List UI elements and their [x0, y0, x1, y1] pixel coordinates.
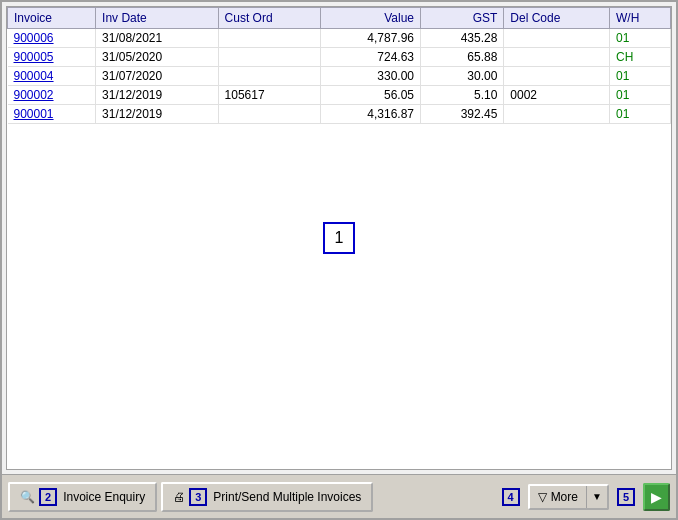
- value-cell: 724.63: [320, 48, 420, 67]
- del-code-cell: [504, 67, 610, 86]
- wh-cell: CH: [610, 48, 671, 67]
- col-wh: W/H: [610, 8, 671, 29]
- cust-ord-cell: [218, 67, 320, 86]
- value-cell: 4,316.87: [320, 105, 420, 124]
- inv-date-cell: 31/12/2019: [96, 86, 219, 105]
- gst-cell: 5.10: [421, 86, 504, 105]
- inv-date-cell: 31/07/2020: [96, 67, 219, 86]
- green-arrow-icon: ▶: [651, 489, 662, 505]
- more-button-group: ▽ More ▼: [528, 484, 609, 510]
- invoice-enquiry-label: Invoice Enquiry: [63, 490, 145, 504]
- chevron-down-icon: ▽: [538, 490, 547, 504]
- gst-cell: 65.88: [421, 48, 504, 67]
- more-dropdown-button[interactable]: ▼: [587, 487, 607, 506]
- dropdown-arrow-icon: ▼: [592, 491, 602, 502]
- invoice-cell[interactable]: 900005: [8, 48, 96, 67]
- inv-date-cell: 31/08/2021: [96, 29, 219, 48]
- wh-cell: 01: [610, 67, 671, 86]
- gst-cell: 435.28: [421, 29, 504, 48]
- table-row[interactable]: 900006 31/08/2021 4,787.96 435.28 01: [8, 29, 671, 48]
- search-icon: 🔍: [20, 490, 35, 504]
- table-row[interactable]: 900004 31/07/2020 330.00 30.00 01: [8, 67, 671, 86]
- green-action-button[interactable]: ▶: [643, 483, 670, 511]
- wh-cell: 01: [610, 86, 671, 105]
- gst-cell: 30.00: [421, 67, 504, 86]
- table-row[interactable]: 900001 31/12/2019 4,316.87 392.45 01: [8, 105, 671, 124]
- del-code-cell: 0002: [504, 86, 610, 105]
- del-code-cell: [504, 29, 610, 48]
- cust-ord-cell: [218, 48, 320, 67]
- printer-icon: 🖨: [173, 490, 185, 504]
- gst-cell: 392.45: [421, 105, 504, 124]
- table-header-row: Invoice Inv Date Cust Ord Value GST Del …: [8, 8, 671, 29]
- value-cell: 56.05: [320, 86, 420, 105]
- invoice-table-area: Invoice Inv Date Cust Ord Value GST Del …: [6, 6, 672, 470]
- wh-cell: 01: [610, 29, 671, 48]
- center-page-number: 1: [323, 222, 355, 254]
- btn4-number: 4: [502, 488, 520, 506]
- table-row[interactable]: 900005 31/05/2020 724.63 65.88 CH: [8, 48, 671, 67]
- col-del-code: Del Code: [504, 8, 610, 29]
- wh-cell: 01: [610, 105, 671, 124]
- invoice-cell[interactable]: 900006: [8, 29, 96, 48]
- col-value: Value: [320, 8, 420, 29]
- invoice-cell[interactable]: 900004: [8, 67, 96, 86]
- print-send-label: Print/Send Multiple Invoices: [213, 490, 361, 504]
- del-code-cell: [504, 48, 610, 67]
- print-send-button[interactable]: 🖨 3 Print/Send Multiple Invoices: [161, 482, 373, 512]
- table-row[interactable]: 900002 31/12/2019 105617 56.05 5.10 0002…: [8, 86, 671, 105]
- more-label: More: [551, 490, 578, 504]
- more-button[interactable]: ▽ More: [530, 486, 586, 508]
- col-gst: GST: [421, 8, 504, 29]
- cust-ord-cell: 105617: [218, 86, 320, 105]
- inv-date-cell: 31/12/2019: [96, 105, 219, 124]
- col-inv-date: Inv Date: [96, 8, 219, 29]
- del-code-cell: [504, 105, 610, 124]
- value-cell: 4,787.96: [320, 29, 420, 48]
- footer-bar: 🔍 2 Invoice Enquiry 🖨 3 Print/Send Multi…: [2, 474, 676, 518]
- col-cust-ord: Cust Ord: [218, 8, 320, 29]
- invoice-table: Invoice Inv Date Cust Ord Value GST Del …: [7, 7, 671, 124]
- value-cell: 330.00: [320, 67, 420, 86]
- inv-date-cell: 31/05/2020: [96, 48, 219, 67]
- col-invoice: Invoice: [8, 8, 96, 29]
- btn5-number: 5: [617, 488, 635, 506]
- btn3-number: 3: [189, 488, 207, 506]
- invoice-enquiry-button[interactable]: 🔍 2 Invoice Enquiry: [8, 482, 157, 512]
- cust-ord-cell: [218, 29, 320, 48]
- btn2-number: 2: [39, 488, 57, 506]
- invoice-cell[interactable]: 900002: [8, 86, 96, 105]
- main-window: Invoice Inv Date Cust Ord Value GST Del …: [0, 0, 678, 520]
- invoice-cell[interactable]: 900001: [8, 105, 96, 124]
- cust-ord-cell: [218, 105, 320, 124]
